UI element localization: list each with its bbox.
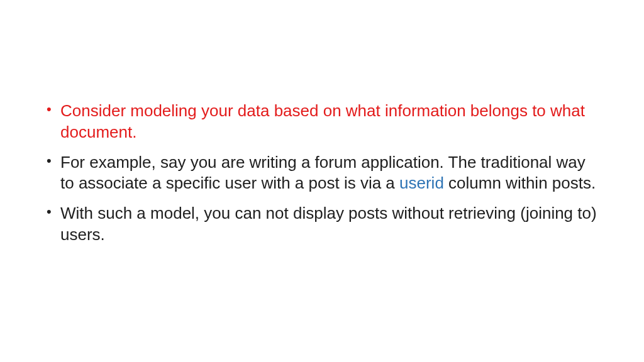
bullet-item-3: With such a model, you can not display p… — [44, 203, 600, 246]
bullet-item-2: For example, say you are writing a forum… — [44, 152, 600, 195]
bullet-text: With such a model, you can not display p… — [60, 204, 597, 244]
bullet-item-1: Consider modeling your data based on wha… — [44, 101, 600, 143]
bullet-list: Consider modeling your data based on wha… — [44, 101, 600, 246]
userid-keyword: userid — [399, 173, 444, 192]
bullet-text: Consider modeling your data based on wha… — [60, 101, 585, 141]
bullet-text-part-b: column within posts. — [444, 173, 596, 192]
